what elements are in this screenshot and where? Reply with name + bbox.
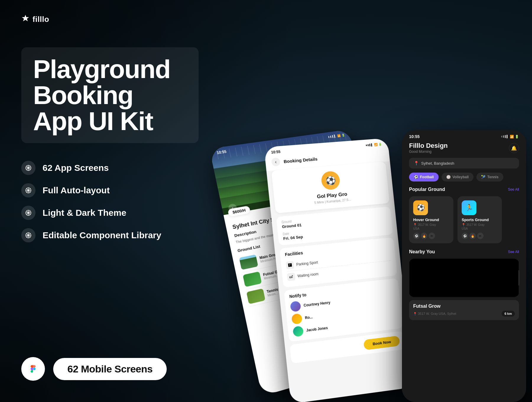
location-text: Sylhet, Bangladesh (421, 161, 454, 166)
notify-avatar-2 (291, 313, 302, 325)
logo-text: filllo (33, 15, 49, 24)
ground-sports-1: ⚽ 🔥 ✏ (413, 233, 449, 239)
phone-front-app-name: Filllo Design (409, 142, 448, 150)
chip-tennis[interactable]: 🎾 Tennis (476, 173, 503, 181)
logo-icon (21, 14, 30, 24)
ground-thumb-3 (246, 288, 265, 304)
chip-football[interactable]: ⚽ Football (409, 173, 439, 181)
nearby-pin-icon: 📍 (413, 312, 417, 315)
feature-label-1: 62 App Screens (43, 163, 109, 173)
phone-front-time: 10:55 (409, 134, 420, 139)
ground-thumb-1 (239, 254, 258, 270)
popular-section-header: Popular Ground See All (402, 187, 526, 192)
phone-mid-back-btn[interactable]: ‹ (271, 158, 280, 166)
nearby-address: 3517 W. Gray USA, Sylhet (418, 312, 456, 315)
facility-icon-2: 🛋 (287, 273, 296, 281)
svg-rect-36 (409, 259, 519, 297)
feature-item-1: 62 App Screens (21, 161, 199, 175)
sport-icon-edit-2: ✏ (477, 233, 484, 239)
ground-addr-2: 📍 3517 W. Gray (462, 223, 498, 226)
book-button[interactable]: Book Now (364, 335, 400, 350)
phone-mid-time: 10:55 (271, 150, 281, 154)
notification-bell[interactable]: 🔔 (509, 143, 519, 153)
phones-container: 10:55 📶 🔋 ‹ Tournament Detail (219, 24, 532, 402)
figma-button[interactable] (21, 357, 45, 381)
feature-icon-1 (21, 161, 35, 175)
see-all-popular[interactable]: See All (508, 187, 519, 192)
ground-card-1[interactable]: ⚽ Hover Ground 📍 3517 W. Gray USA ⚽ 🔥 ✏ (409, 196, 453, 243)
sport-icon-football-2: ⚽ (462, 233, 468, 239)
phone-mid: 10:55 📶 🔋 ‹ Booking Details ⚽ Gol Play G (264, 138, 414, 402)
nearby-bottom: 📍 3517 W. Gray USA, Sylhet 6 km (413, 311, 515, 317)
left-panel: Playground Booking App UI Kit 62 App Scr… (21, 47, 199, 242)
ground-addr-1: 📍 3517 W. Gray (413, 223, 449, 226)
tennis-icon: 🎾 (481, 175, 486, 179)
notify-avatar-3 (293, 326, 304, 337)
feature-label-4: Editable Component Library (43, 230, 161, 240)
nearby-section: Nearby You See All (402, 249, 526, 320)
sport-icon-fire-1: 🔥 (421, 233, 427, 239)
logo-area: filllo (21, 14, 49, 24)
features-list: 62 App Screens Full Auto-layout (21, 161, 199, 242)
nearby-field-image (409, 259, 519, 297)
nearby-card: Futsal Grow 📍 3517 W. Gray USA, Sylhet 6… (409, 300, 519, 320)
volleyball-icon: 🏐 (446, 175, 451, 179)
location-icon: 📍 (414, 161, 419, 166)
notify-name-1: Courtney Henry (304, 300, 331, 307)
feature-label-3: Light & Dark Theme (43, 208, 126, 218)
phone-mid-header-title: Booking Details (283, 156, 318, 164)
facility-label-1: Parking Sport (296, 260, 318, 267)
feature-icon-2 (21, 183, 35, 197)
phone-back-time: 10:55 (216, 150, 227, 155)
nearby-name: Futsal Grow (413, 304, 515, 309)
title-line2: App UI Kit (33, 108, 184, 134)
feature-icon-4 (21, 228, 35, 242)
ground-name-front-1: Hover Ground (413, 218, 449, 222)
notify-name-3: Jacob Jones (306, 326, 328, 333)
popular-title: Popular Ground (409, 187, 445, 192)
title-line1: Playground Booking (33, 56, 184, 108)
title-box: Playground Booking App UI Kit (21, 47, 199, 143)
see-all-nearby[interactable]: See All (508, 250, 519, 254)
notify-avatar-1 (290, 301, 301, 312)
sport-icon-edit-1: ✏ (429, 233, 435, 239)
nearby-addr-row: 📍 3517 W. Gray USA, Sylhet (413, 312, 456, 315)
phone-front: 10:55 📶 🔋 Filllo Design Good Morning 🔔 (402, 130, 526, 402)
feature-item-2: Full Auto-layout (21, 183, 199, 197)
ground-sports-2: ⚽ 🔥 ✏ (462, 233, 498, 239)
phone-mid-screen: 10:55 📶 🔋 ‹ Booking Details ⚽ Gol Play G (264, 138, 414, 402)
football-icon: ⚽ (414, 175, 418, 179)
feature-label-2: Full Auto-layout (43, 185, 110, 195)
facility-label-2: Waiting room (297, 272, 319, 278)
nearby-title: Nearby You (409, 249, 435, 255)
ground-thumb-2 (243, 271, 262, 287)
sport-icon-football-1: ⚽ (413, 233, 420, 239)
grounds-row: ⚽ Hover Ground 📍 3517 W. Gray USA ⚽ 🔥 ✏ (402, 196, 526, 243)
feature-icon-3 (21, 206, 35, 220)
ground-logo-2: 🏃 (462, 200, 476, 215)
svg-marker-0 (22, 15, 29, 21)
screens-badge: 62 Mobile Screens (53, 358, 167, 380)
ground-card-2[interactable]: 🏃 Sports Ground 📍 3517 W. Gray USA ⚽ 🔥 ✏ (458, 196, 502, 243)
phone-front-greeting: Good Morning (409, 150, 448, 154)
phone-front-screen: 10:55 📶 🔋 Filllo Design Good Morning 🔔 (402, 130, 526, 402)
nearby-distance: 6 km (502, 311, 515, 317)
notify-name-2: Ro... (305, 315, 313, 320)
feature-item-3: Light & Dark Theme (21, 206, 199, 220)
location-bar[interactable]: 📍 Sylhet, Bangladesh (409, 158, 519, 168)
sport-icon-fire-2: 🔥 (469, 233, 476, 239)
nearby-section-header: Nearby You See All (409, 249, 519, 255)
ground-logo-1: ⚽ (413, 200, 428, 215)
feature-item-4: Editable Component Library (21, 228, 199, 242)
chip-volleyball[interactable]: 🏐 Volleyball (442, 173, 473, 181)
facility-icon-1: 🅿 (286, 261, 294, 270)
phone-mid-venue-logo: ⚽ (320, 171, 340, 190)
ground-name-front-2: Sports Ground (462, 218, 498, 222)
bottom-bar: 62 Mobile Screens (21, 357, 167, 381)
sports-chips: ⚽ Football 🏐 Volleyball 🎾 Tennis (402, 173, 526, 181)
